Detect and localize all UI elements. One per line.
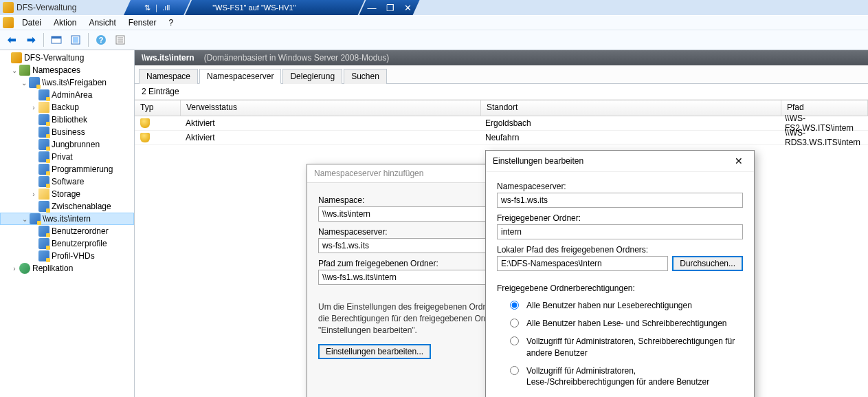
- tab-delegierung[interactable]: Delegierung: [282, 69, 342, 84]
- tree-item-storage[interactable]: ›Storage: [0, 188, 134, 200]
- tree-label: Replikation: [32, 264, 73, 273]
- vm-close-icon[interactable]: ✕: [404, 3, 412, 12]
- menu-hilfe[interactable]: ?: [163, 17, 179, 29]
- tree-item-programmierung[interactable]: Programmierung: [0, 163, 134, 175]
- tree-namespaces[interactable]: ⌄Namespaces: [0, 64, 134, 76]
- vm-minimize-icon[interactable]: —: [368, 3, 377, 12]
- radio-input[interactable]: [510, 366, 519, 375]
- tree-root[interactable]: DFS-Verwaltung: [0, 52, 134, 64]
- tree-replikation[interactable]: ›Replikation: [0, 262, 134, 275]
- tree-item-business[interactable]: Business: [0, 126, 134, 138]
- vm-restore-icon[interactable]: ❐: [386, 3, 394, 12]
- tree-item-benutzerordner[interactable]: Benutzerordner: [0, 225, 134, 237]
- share-icon: [38, 89, 49, 100]
- col-verweisstatus[interactable]: Verweisstatus: [181, 100, 481, 116]
- share-icon: [38, 151, 49, 162]
- option-label: Alle Benutzer haben Lese- und Schreibber…: [526, 318, 727, 329]
- refresh-button[interactable]: [67, 32, 85, 48]
- tree-intern[interactable]: ⌄\\ws.its\intern: [0, 213, 134, 225]
- perm-option-admin-rw[interactable]: Vollzugriff für Administratoren, Lese-/S…: [507, 365, 743, 387]
- option-label: Vollzugriff für Administratoren, Lese-/S…: [526, 365, 743, 387]
- edit-settings-button[interactable]: Einstellungen bearbeiten...: [318, 344, 431, 359]
- cell-verweis: Aktiviert: [180, 131, 480, 144]
- share-icon: [38, 250, 49, 261]
- tree-item-benutzerprofile[interactable]: Benutzerprofile: [0, 237, 134, 250]
- collapse-icon[interactable]: ⌄: [19, 79, 29, 87]
- help-button[interactable]: ?: [92, 32, 110, 48]
- tree-item-jungbrunnen[interactable]: Jungbrunnen: [0, 138, 134, 151]
- path-bar: \\ws.its\intern (Domänenbasiert in Windo…: [135, 50, 868, 65]
- cell-typ: [135, 117, 180, 129]
- share-icon: [38, 164, 49, 175]
- menu-datei[interactable]: Datei: [16, 17, 47, 29]
- perm-option-readwrite[interactable]: Alle Benutzer haben Lese- und Schreibber…: [507, 318, 743, 329]
- nav-forward-button[interactable]: ➡: [22, 32, 40, 48]
- expand-icon[interactable]: ›: [10, 265, 19, 272]
- tree-label: Jungbrunnen: [52, 140, 100, 149]
- input-shared-folder[interactable]: [497, 224, 743, 239]
- tab-suchen[interactable]: Suchen: [344, 69, 387, 84]
- share-icon: [38, 226, 49, 237]
- menubar-app-icon: [3, 17, 14, 28]
- radio-input[interactable]: [510, 301, 519, 310]
- browse-button[interactable]: Durchsuchen...: [672, 256, 743, 271]
- vm-connection-bar: ⇅ ｜ .ıll "WS-FS1" auf "WS-HV1" — ❐ ✕: [124, 0, 420, 15]
- server-grid: Typ Verweisstatus Standort Pfad Aktivier…: [135, 100, 868, 145]
- app-title: DFS-Verwaltung: [16, 3, 76, 12]
- collapse-icon[interactable]: ⌄: [20, 215, 30, 223]
- tree-label: Privat: [52, 152, 73, 162]
- col-typ[interactable]: Typ: [135, 100, 181, 116]
- tree-label: Programmierung: [52, 164, 113, 174]
- tree-label: Benutzerordner: [52, 226, 109, 236]
- tab-namespace[interactable]: Namespace: [139, 69, 198, 84]
- tab-namespaceserver[interactable]: Namespaceserver: [199, 69, 281, 84]
- tree-label: Bibliothek: [52, 115, 87, 125]
- tree-item-adminarea[interactable]: AdminArea: [0, 89, 134, 101]
- grid-row[interactable]: Aktiviert Neufahrn \\WS-RDS3.WS.ITS\inte…: [135, 131, 868, 145]
- menu-fenster[interactable]: Fenster: [123, 17, 162, 29]
- input-namespaceserver[interactable]: [497, 193, 743, 208]
- nav-tree[interactable]: DFS-Verwaltung ⌄Namespaces ⌄\\ws.its\Fre…: [0, 50, 135, 397]
- tree-freigaben[interactable]: ⌄\\ws.its\Freigaben: [0, 76, 134, 89]
- dialog-title: Einstellungen bearbeiten: [493, 156, 583, 166]
- tree-item-software[interactable]: Software: [0, 175, 134, 188]
- server-icon: [140, 133, 150, 142]
- share-icon: [38, 176, 49, 187]
- vm-status-icons[interactable]: ⇅ ｜ .ıll: [124, 0, 190, 15]
- tree-item-backup[interactable]: ›Backup: [0, 101, 134, 114]
- input-local-path[interactable]: [497, 256, 668, 271]
- nav-back-button[interactable]: ⬅: [3, 32, 21, 48]
- grid-row[interactable]: Aktiviert Ergoldsbach \\WS-FS2.WS.ITS\in…: [135, 116, 868, 131]
- server-icon: [140, 118, 150, 128]
- close-button[interactable]: ✕: [731, 154, 747, 168]
- tree-item-profil-vhds[interactable]: Profil-VHDs: [0, 250, 134, 262]
- path-main: \\ws.its\intern: [142, 53, 194, 63]
- radio-input[interactable]: [510, 319, 519, 328]
- refresh-icon: [70, 34, 81, 45]
- menu-aktion[interactable]: Aktion: [48, 17, 82, 29]
- expand-icon[interactable]: ›: [29, 191, 38, 198]
- expand-icon[interactable]: ›: [29, 104, 38, 111]
- col-standort[interactable]: Standort: [481, 100, 781, 116]
- radio-input[interactable]: [510, 336, 519, 345]
- tree-label: AdminArea: [52, 90, 92, 100]
- tree-label: Benutzerprofile: [52, 239, 107, 248]
- vm-name: "WS-FS1" auf "WS-HV1": [185, 0, 364, 15]
- help-icon: ?: [96, 34, 107, 45]
- share-icon: [38, 238, 49, 249]
- props-button[interactable]: [111, 32, 129, 48]
- tab-strip: Namespace Namespaceserver Delegierung Su…: [135, 65, 868, 84]
- tree-item-zwischenablage[interactable]: Zwischenablage: [0, 200, 134, 213]
- perm-option-readonly[interactable]: Alle Benutzer haben nur Leseberechtigung…: [507, 300, 743, 311]
- main-area: DFS-Verwaltung ⌄Namespaces ⌄\\ws.its\Fre…: [0, 50, 868, 397]
- tree-item-bibliothek[interactable]: Bibliothek: [0, 114, 134, 126]
- collapse-icon[interactable]: ⌄: [10, 67, 19, 74]
- menu-ansicht[interactable]: Ansicht: [83, 17, 121, 29]
- perm-option-admin-write[interactable]: Vollzugriff für Administratoren, Schreib…: [507, 336, 743, 358]
- tree-label: Namespaces: [32, 65, 80, 75]
- arrow-right-icon: ➡: [27, 34, 36, 46]
- tree-item-privat[interactable]: Privat: [0, 151, 134, 163]
- new-window-button[interactable]: [47, 32, 65, 48]
- cell-typ: [135, 131, 180, 144]
- svg-text:?: ?: [99, 36, 104, 44]
